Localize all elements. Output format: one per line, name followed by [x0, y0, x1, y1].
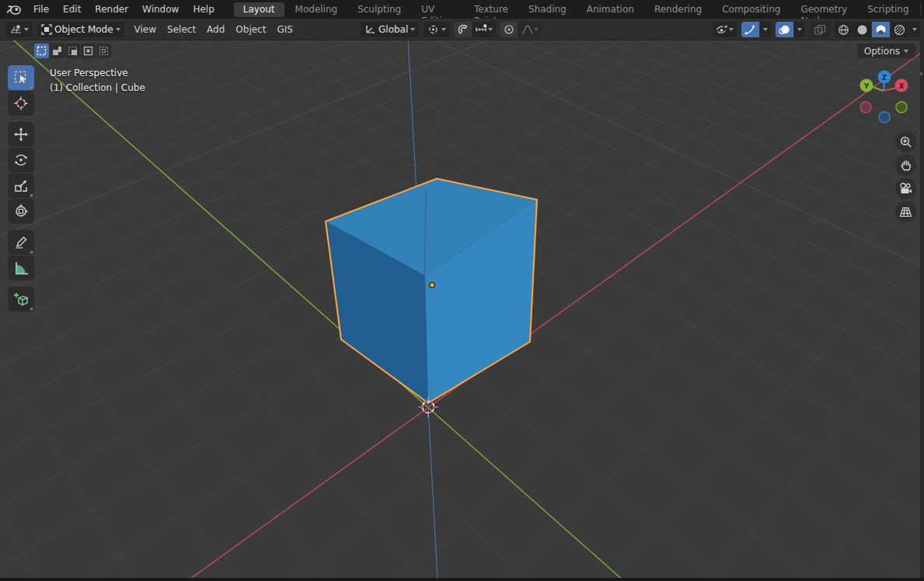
tab-scripting[interactable]: Scripting — [858, 2, 918, 17]
gizmo-arrow-icon — [744, 24, 756, 35]
options-button[interactable]: Options — [857, 43, 915, 58]
viewport-menu-add[interactable]: Add — [201, 22, 230, 37]
select-mode-intersect[interactable] — [96, 43, 111, 58]
main-menu-bar: FileEditRenderWindowHelp — [26, 0, 221, 19]
svg-text:Z: Z — [882, 74, 887, 82]
orientation-label: Global — [378, 24, 408, 35]
shading-material-button[interactable] — [872, 22, 890, 37]
sidebar-edge[interactable] — [920, 40, 924, 578]
tab-compositing[interactable]: Compositing — [713, 2, 790, 17]
viewport-menus: ViewSelectAddObjectGIS — [129, 22, 298, 37]
show-gizmos-toggle[interactable] — [741, 22, 759, 37]
viewport-menu-view[interactable]: View — [129, 22, 162, 37]
zoom-icon — [900, 136, 912, 148]
tool-move[interactable] — [8, 122, 34, 147]
perspective-toggle-button[interactable] — [895, 201, 916, 222]
chevron-down-icon — [797, 28, 802, 31]
svg-text:Y: Y — [863, 82, 870, 90]
shading-modes — [835, 22, 920, 37]
show-overlays-toggle[interactable] — [776, 22, 793, 37]
tab-layout[interactable]: Layout — [234, 2, 284, 17]
overlays-dropdown[interactable] — [794, 22, 805, 37]
select-mode-invert[interactable] — [81, 43, 96, 58]
tool-select-box[interactable] — [8, 65, 34, 90]
select-mode-subtract[interactable] — [65, 43, 80, 58]
tab-uv-editing[interactable]: UV Editing — [412, 2, 463, 17]
mode-dropdown[interactable]: Object Mode — [37, 22, 124, 37]
scene-selector: Scene — [920, 2, 922, 17]
shading-solid-button[interactable] — [853, 22, 871, 37]
tool-measure[interactable] — [8, 256, 34, 280]
menu-file[interactable]: File — [26, 0, 56, 19]
menu-window[interactable]: Window — [135, 0, 186, 19]
gizmo-minus-x-axis[interactable] — [860, 102, 871, 113]
tool-scale[interactable] — [8, 173, 34, 198]
wireframe-sphere-icon — [838, 24, 849, 36]
shading-dropdown[interactable] — [909, 22, 920, 37]
chevron-down-icon — [410, 28, 415, 31]
mode-label: Object Mode — [54, 24, 113, 35]
gizmos-group — [741, 22, 771, 37]
scene-browse-button[interactable] — [921, 3, 922, 16]
proportional-edit-icon — [504, 24, 514, 35]
tool-cursor[interactable] — [8, 91, 34, 116]
chevron-down-icon — [116, 28, 120, 31]
options-label: Options — [864, 46, 900, 57]
tab-rendering[interactable]: Rendering — [645, 2, 711, 17]
tool-add-cube[interactable] — [8, 287, 34, 311]
proportional-edit-toggle[interactable] — [500, 22, 518, 37]
tab-texture-paint[interactable]: Texture Paint — [465, 2, 518, 17]
snapping-group — [455, 22, 496, 37]
tab-modeling[interactable]: Modeling — [286, 2, 347, 17]
tool-annotate[interactable] — [8, 230, 34, 255]
navigation-gizmo[interactable]: Z Y X — [856, 70, 912, 126]
viewport-menu-object[interactable]: Object — [230, 22, 271, 37]
xray-toggle[interactable] — [810, 22, 830, 37]
menu-edit[interactable]: Edit — [56, 0, 88, 19]
rendered-sphere-icon — [894, 24, 905, 36]
pivot-point-dropdown[interactable] — [424, 22, 450, 37]
tool-transform[interactable] — [8, 199, 34, 224]
shading-wireframe-button[interactable] — [835, 22, 853, 37]
transform-orientation-dropdown[interactable]: Global — [361, 22, 419, 37]
proportional-falloff-dropdown[interactable] — [518, 22, 542, 37]
pan-button[interactable] — [895, 155, 916, 176]
object-mode-icon — [41, 24, 52, 35]
camera-view-button[interactable] — [895, 178, 916, 199]
pivot-point-icon — [427, 24, 439, 35]
orthographic-grid-icon — [899, 206, 912, 218]
gizmos-dropdown[interactable] — [760, 22, 771, 37]
snap-target-dropdown[interactable] — [472, 22, 496, 37]
tab-sculpting[interactable]: Sculpting — [348, 2, 410, 17]
tab-geometry-nodes[interactable]: Geometry Nodes — [791, 2, 856, 17]
header-center-cluster: Global — [361, 22, 542, 37]
object-visibility-dropdown[interactable] — [713, 22, 737, 37]
tool-rotate[interactable] — [8, 148, 34, 172]
gizmo-minus-y-axis[interactable] — [896, 102, 907, 113]
header-right-cluster — [713, 22, 920, 37]
snap-toggle[interactable] — [455, 22, 472, 37]
visibility-group — [713, 22, 737, 37]
menu-render[interactable]: Render — [88, 0, 135, 19]
viewport-menu-select[interactable]: Select — [162, 22, 201, 37]
editor-type-button[interactable] — [6, 22, 33, 37]
menu-help[interactable]: Help — [186, 0, 221, 19]
viewport-menu-gis[interactable]: GIS — [271, 22, 298, 37]
gizmo-minus-z-axis[interactable] — [879, 112, 890, 123]
select-mode-extend[interactable] — [50, 43, 65, 58]
transform-icon — [13, 204, 29, 219]
blender-window: FileEditRenderWindowHelp LayoutModelingS… — [0, 0, 924, 581]
tab-animation[interactable]: Animation — [577, 2, 643, 17]
tab-shading[interactable]: Shading — [519, 2, 576, 17]
chevron-down-icon — [488, 28, 493, 31]
proportional-edit-group — [500, 22, 542, 37]
chevron-down-icon — [763, 28, 768, 31]
shading-rendered-button[interactable] — [891, 22, 908, 37]
magnet-icon — [458, 24, 469, 35]
chevron-down-icon — [534, 28, 539, 31]
zoom-button[interactable] — [895, 131, 916, 152]
overlays-group — [776, 22, 805, 37]
viewport-header-text: User Perspective (1) Collection | Cube — [50, 66, 145, 96]
select-mode-set[interactable] — [34, 43, 49, 58]
sidebar-collapse-arrow[interactable]: ‹ — [919, 68, 924, 78]
